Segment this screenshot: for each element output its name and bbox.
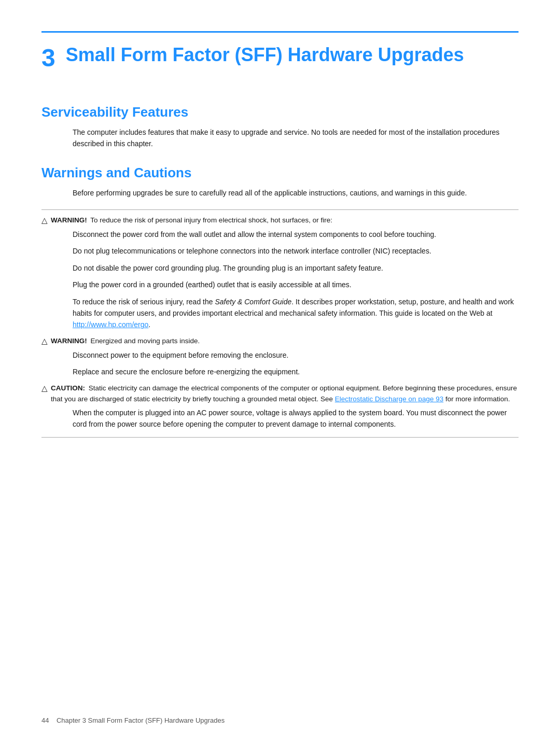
caution1-text: CAUTION: Static electricity can damage t… [51,383,519,405]
warnings-intro: Before performing upgrades be sure to ca… [73,187,519,199]
chapter-header: 3 Small Form Factor (SFF) Hardware Upgra… [41,31,519,73]
warning1-row: △ WARNING! To reduce the risk of persona… [41,215,519,226]
caution1-body: Static electricity can damage the electr… [51,384,517,403]
footer-page: 44 [41,716,49,724]
caution1-row: △ CAUTION: Static electricity can damage… [41,383,519,405]
serviceability-section: Serviceability Features The computer inc… [41,104,519,150]
warning2-triangle-icon: △ [41,336,48,346]
caution1-label: CAUTION: [51,384,85,392]
safety-guide-italic: Safety & Comfort Guide [215,298,291,306]
warning2-item2: Replace and secure the enclosure before … [73,366,519,377]
caution1-final-para: When the computer is plugged into an AC … [73,407,519,430]
warning1-triangle-icon: △ [41,216,48,225]
serviceability-body: The computer includes features that make… [73,126,519,150]
ergo-link[interactable]: http://www.hp.com/ergo [73,320,148,329]
warnings-section: Warnings and Cautions Before performing … [41,165,519,438]
warning1-item1: Disconnect the power cord from the wall … [73,229,519,240]
warning2-label: WARNING! [51,337,87,345]
warning1-label: WARNING! [51,216,87,224]
chapter-title-block: 3 Small Form Factor (SFF) Hardware Upgra… [41,43,519,73]
warning2-item1: Disconnect power to the equipment before… [73,349,519,361]
warnings-heading: Warnings and Cautions [41,165,519,181]
warning1-item3: Do not disable the power cord grounding … [73,262,519,274]
footer: 44 Chapter 3 Small Form Factor (SFF) Har… [41,716,225,724]
warning1-intro: WARNING! To reduce the risk of personal … [51,215,332,226]
esd-link[interactable]: Electrostatic Discharge on page 93 [335,395,443,403]
caution1-triangle-icon: △ [41,384,48,393]
divider-top [41,209,519,210]
divider-bottom [41,437,519,438]
chapter-title: Small Form Factor (SFF) Hardware Upgrade… [66,43,464,67]
serviceability-heading: Serviceability Features [41,104,519,120]
chapter-number: 3 [41,43,55,73]
warning2-row: △ WARNING! Energized and moving parts in… [41,336,519,346]
warning2-intro: WARNING! Energized and moving parts insi… [51,336,200,346]
warning1-item4: Plug the power cord in a grounded (earth… [73,279,519,290]
warning1-item2: Do not plug telecommunications or teleph… [73,245,519,257]
footer-text: Chapter 3 Small Form Factor (SFF) Hardwa… [57,716,225,724]
warning1-item5: To reduce the risk of serious injury, re… [73,296,519,331]
